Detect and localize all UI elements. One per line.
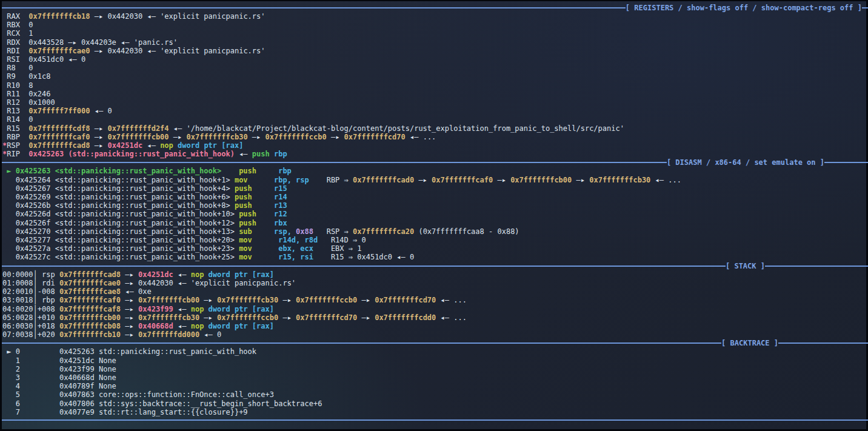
text-segment: dword ptr [rax]: [209, 270, 274, 279]
text-segment: RSP ⇒: [327, 227, 353, 236]
text-segment: R10 8: [2, 81, 33, 90]
text-segment: —▸: [199, 313, 217, 322]
text-segment: 0x42526b <std::panicking::rust_panic_wit…: [2, 201, 235, 210]
text-segment: [204, 270, 208, 279]
text-segment: RSP: [7, 141, 28, 150]
text-segment: 0x4251dc: [138, 270, 173, 279]
text-segment: 0x442030: [107, 47, 142, 55]
text-segment: 0x42527c <std::panicking::rust_panic_wit…: [2, 253, 239, 261]
text-segment: ◂— 0: [199, 330, 221, 339]
text-segment: dword ptr [rax]: [209, 322, 274, 330]
text-segment: —▸: [278, 313, 296, 322]
disasm-row: 0x42526b <std::panicking::rust_panic_wit…: [2, 201, 866, 210]
text-segment: 0x7fffffffccb0: [296, 296, 357, 304]
disasm-row: 0x42526d <std::panicking::rust_panic_wit…: [2, 210, 866, 218]
text-segment: 7 0x4077e9 std::rt::lang_start::{{closur…: [2, 408, 248, 416]
text-segment: [204, 322, 208, 330]
text-segment: 0x442030: [138, 279, 173, 287]
text-segment: rbp: [274, 150, 287, 158]
text-segment: [204, 305, 208, 313]
text-segment: 4 0x40789f None: [2, 382, 116, 390]
text-segment: 0x7fffffffca20: [353, 227, 414, 236]
text-segment: 0x442030: [107, 12, 142, 21]
text-segment: —▸: [169, 133, 187, 141]
text-segment: EBX ⇒ 1: [331, 244, 362, 253]
disasm-row: 0x425269 <std::panicking::rust_panic_wit…: [2, 193, 866, 201]
disasm-panel: [ DISASM / x86-64 / set emulate on ] ► 0…: [2, 158, 866, 261]
text-segment: 0x7fffffffcd70: [344, 133, 406, 141]
text-segment: 0x42526f <std::panicking::rust_panic_wit…: [2, 219, 239, 227]
text-segment: 0x425269 <std::panicking::rust_panic_wit…: [2, 193, 235, 201]
text-segment: 'explicit panicpanic.rs': [160, 47, 265, 55]
text-segment: 0x7fffffffcd70: [296, 313, 357, 322]
stack-row: 03:0018│ rbp 0x7fffffffcaf0 —▸ 0x7ffffff…: [2, 296, 866, 304]
text-segment: —▸: [90, 141, 108, 150]
register-row: RCX 1: [2, 29, 866, 38]
text-segment: ► 0 0x425263 std::panicking::rust_panic_…: [2, 347, 256, 356]
text-segment: ◂—: [173, 305, 191, 313]
text-segment: 0x7fffffffcb30: [138, 313, 199, 322]
register-row: RDX 0x443528 —▸ 0x44203e ◂— 'panic.rs': [2, 38, 866, 47]
text-segment: 05:0028│+010: [2, 313, 59, 322]
text-segment: 0x7fffffffccb0: [265, 133, 327, 141]
text-segment: RSI 0x451dc0 ◂— 0: [2, 55, 85, 64]
register-row: RDI 0x7fffffffcae0 —▸ 0x442030 ◂— 'expli…: [2, 47, 866, 55]
backtrace-header-rule-right: [778, 342, 868, 344]
text-segment: RBP ⇒: [327, 176, 353, 184]
disasm-row: 0x42527c <std::panicking::rust_panic_wit…: [2, 253, 866, 261]
text-segment: —▸: [414, 176, 432, 184]
text-segment: r12: [274, 210, 287, 218]
text-segment: —▸: [90, 47, 108, 55]
text-segment: —▸: [121, 296, 138, 304]
text-segment: —▸: [90, 124, 108, 133]
backtrace-row: 4 0x40789f None: [2, 382, 866, 390]
text-segment: 0x7fffff7ff000: [28, 107, 90, 115]
text-segment: ◂—: [173, 322, 191, 330]
registers-header-rule-right: [862, 7, 868, 8]
text-segment: 0x7fffffffcb18: [28, 12, 90, 21]
text-segment: RAX: [2, 12, 28, 21]
backtrace-row: 2 0x423f99 None: [2, 365, 866, 373]
text-segment: rbp: [278, 167, 292, 175]
backtrace-panel: [ BACKTRACE ] ► 0 0x425263 std::panickin…: [2, 339, 866, 416]
text-segment: 0x7fffffffcad8: [59, 270, 121, 279]
register-row: RAX 0x7fffffffcb18 —▸ 0x442030 ◂— 'expli…: [2, 12, 866, 21]
text-segment: 'explicit panicpanic.rs': [160, 12, 265, 21]
text-segment: [256, 167, 278, 175]
text-segment: mov: [239, 253, 252, 261]
text-segment: [252, 184, 274, 193]
stack-header-rule-left: [2, 266, 726, 267]
command-prompt[interactable]: pwndbg>: [2, 424, 866, 431]
register-row: *RIP 0x425263 (std::panicking::rust_pani…: [2, 150, 866, 158]
text-segment: R11 0x246: [2, 90, 50, 98]
text-segment: R15: [2, 124, 28, 133]
disasm-body: ► 0x425263 <std::panicking::rust_panic_w…: [2, 167, 866, 261]
text-segment: push: [239, 219, 256, 227]
text-segment: [318, 236, 331, 244]
text-segment: —▸: [199, 296, 217, 304]
text-segment: 0x4251dc: [107, 141, 142, 150]
text-segment: R14 0: [2, 115, 33, 124]
text-segment: 0x7fffffffcd70: [375, 296, 436, 304]
backtrace-header-rule-left: [2, 342, 721, 344]
text-segment: sub: [239, 227, 252, 236]
text-segment: —▸: [327, 133, 344, 141]
text-segment: 0x7fffffffcae0: [59, 279, 121, 287]
register-row: R11 0x246: [2, 90, 866, 98]
text-segment: 0x7fffffffcad0: [353, 176, 414, 184]
pwndbg-terminal: [ REGISTERS / show-flags off / show-comp…: [0, 0, 868, 431]
text-segment: rbx: [274, 219, 287, 227]
text-segment: 0x425270 <std::panicking::rust_panic_wit…: [2, 227, 239, 236]
register-row: RBP 0x7fffffffcaf0 —▸ 0x7fffffffcb00 —▸ …: [2, 133, 866, 141]
register-row: R13 0x7fffff7ff000 ◂— 0: [2, 107, 866, 115]
disasm-row: 0x425264 <std::panicking::rust_panic_wit…: [2, 176, 866, 184]
text-segment: ◂— ...: [436, 296, 467, 304]
text-segment: nop: [160, 141, 173, 150]
text-segment: RDX 0x443528 —▸ 0x44203e ◂— 'panic.rs': [2, 38, 178, 47]
text-segment: push: [235, 201, 252, 210]
text-segment: 3 0x40668d None: [2, 373, 116, 382]
text-segment: 0x42527a <std::panicking::rust_panic_wit…: [2, 244, 239, 253]
text-segment: 5 0x407863 core::ops::function::FnOnce::…: [2, 390, 274, 399]
text-segment: —▸: [248, 133, 265, 141]
backtrace-row: ► 0 0x425263 std::panicking::rust_panic_…: [2, 347, 866, 356]
